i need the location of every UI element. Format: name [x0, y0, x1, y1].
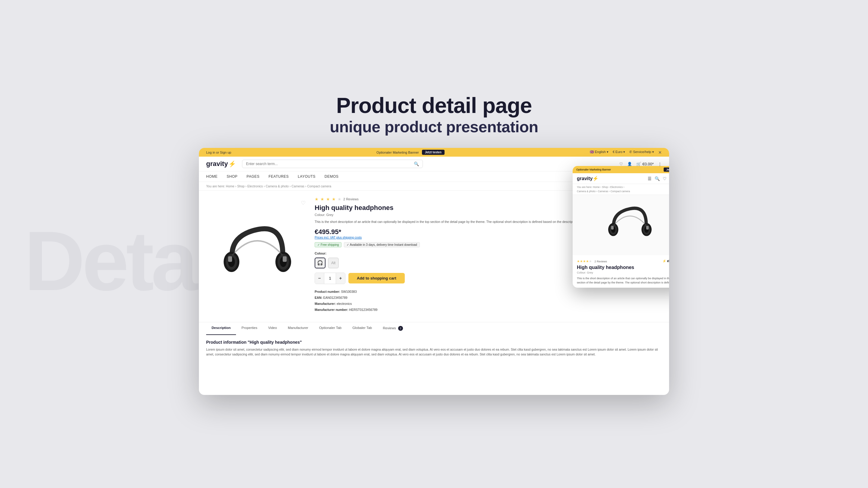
mobile-menu-icon[interactable]: ☰ [648, 176, 652, 181]
nav-item-demos[interactable]: DEMOS [324, 174, 339, 178]
quantity-increase-button[interactable]: + [336, 273, 345, 284]
nav-item-features[interactable]: FEATURES [269, 174, 289, 178]
svg-rect-7 [283, 256, 287, 262]
svg-rect-6 [228, 256, 232, 262]
mobile-desc: This is the short description of an arti… [577, 276, 669, 285]
close-icon[interactable]: ✕ [658, 150, 662, 155]
manufacturer-label: Manufacturer: [315, 302, 336, 305]
browser-window: Log in or Sign up Optionaler Marketing B… [199, 148, 669, 395]
svg-rect-14 [611, 226, 614, 230]
swatch-icon-dark: 🎧 [317, 260, 323, 266]
mobile-product-image: ♥ [572, 195, 669, 255]
mob-jetzt-button[interactable]: Jetzt testen [664, 167, 669, 172]
marketing-bar: Log in or Sign up Optionaler Marketing B… [199, 148, 669, 157]
stars-row: ★ ★ ★ ★ ★ 2 Reviews [315, 197, 359, 201]
mobile-icons: ☰ 🔍 ♡ 👤 🛒 [648, 176, 669, 181]
wishlist-icon[interactable]: ♡ [619, 162, 623, 166]
colour-swatch-dark[interactable]: 🎧 [315, 258, 326, 268]
mob-marketing-text: Optionaler Marketing Banner [576, 168, 611, 171]
colour-swatch-light[interactable]: Alt [328, 258, 339, 268]
marketing-bar-center: Optionaler Marketing Banner Jetzt testen [376, 150, 444, 155]
mob-breadcrumb-line2: Camera & photo › Cameras › Compact camer… [577, 190, 669, 194]
mobile-search-icon[interactable]: 🔍 [655, 176, 660, 181]
logo-text: gravity [206, 160, 228, 168]
mfr-number-label: Manufacturer number: [315, 308, 348, 312]
nav-item-home[interactable]: HOME [206, 174, 218, 178]
mobile-breadcrumb: You are here: Home › Shop › Electronics … [572, 184, 669, 195]
mobile-product-info: ★★★★★ 2 Reviews ⚡ electronics High quali… [572, 255, 669, 288]
mob-star-5: ★ [589, 259, 592, 263]
mobile-stars: ★★★★★ 2 Reviews [577, 258, 607, 264]
mobile-bolt-icon: ⚡ [592, 176, 598, 181]
star-5: ★ [338, 197, 341, 201]
mobile-product-title: High quality headphones [577, 265, 669, 270]
mobile-brand-bolt: ⚡ [662, 259, 666, 263]
search-bar[interactable]: 🔍 [242, 160, 423, 168]
marketing-bar-left[interactable]: Log in or Sign up [206, 151, 231, 154]
cart-button[interactable]: 🛒 €0.00* [636, 162, 654, 166]
mobile-colour: Colour: Grey [577, 271, 669, 274]
store-logo[interactable]: gravity⚡ [206, 160, 236, 168]
quantity-control: − 1 + [315, 272, 345, 284]
nav-item-shop[interactable]: SHOP [227, 174, 238, 178]
colour-value: Grey [327, 213, 334, 217]
product-image [215, 213, 300, 297]
reviews-count[interactable]: 2 Reviews [343, 197, 359, 201]
ean-label: EAN: [315, 296, 322, 299]
mobile-product-image-svg [603, 198, 657, 252]
tab-manufacturer[interactable]: Manufacturer [282, 322, 314, 335]
delivery-badge: ✓ Available in 3 days, delivery time Ins… [344, 242, 420, 247]
marketing-bar-right: 🇬🇧 English ▾ € Euro ▾ ✆ Service/help ▾ ✕ [590, 150, 662, 155]
tab-description[interactable]: Description [206, 322, 236, 335]
tab-optionaler[interactable]: Optionaler Tab [314, 322, 347, 335]
page-header: Product detail page unique product prese… [330, 93, 538, 136]
jetzt-testen-button[interactable]: Jetzt testen [422, 150, 444, 155]
language-selector[interactable]: 🇬🇧 English ▾ [590, 150, 609, 155]
tab-content-heading: Product information "High quality headph… [206, 340, 662, 345]
mobile-brand-name: electronics [667, 259, 669, 263]
bolt-icon: ⚡ [228, 160, 236, 167]
marketing-bar-text: Optionaler Marketing Banner [376, 151, 419, 154]
tab-video[interactable]: Video [263, 322, 282, 335]
add-to-cart-button[interactable]: Add to shopping cart [348, 273, 405, 284]
mobile-wishlist-icon[interactable]: ♡ [663, 176, 667, 181]
search-input[interactable] [246, 162, 414, 166]
mobile-overlay: Optionaler Marketing Banner Jetzt testen… [572, 166, 669, 288]
nav-item-layouts[interactable]: LAYOUTS [298, 174, 315, 178]
currency-selector[interactable]: € Euro ▾ [613, 150, 625, 155]
ean-value: EAN0123456789 [323, 296, 347, 299]
manufacturer-value: electronics [337, 302, 352, 305]
search-icon: 🔍 [414, 161, 419, 166]
account-icon[interactable]: 👤 [627, 162, 632, 166]
tab-globaler[interactable]: Globaler Tab [347, 322, 377, 335]
free-shipping-badge: ✓ Free shipping [315, 242, 341, 247]
tab-content: Product information "High quality headph… [199, 335, 669, 362]
page-subtitle: unique product presentation [330, 118, 538, 136]
reviews-count-badge: 2 [398, 326, 403, 331]
mobile-stars-row: ★★★★★ 2 Reviews ⚡ electronics [577, 258, 669, 264]
quantity-decrease-button[interactable]: − [315, 273, 324, 284]
tab-reviews[interactable]: Reviews 2 [377, 322, 408, 335]
mobile-reviews-count: 2 Reviews [594, 260, 607, 263]
nav-item-pages[interactable]: PAGES [247, 174, 259, 178]
tab-properties[interactable]: Properties [236, 322, 262, 335]
product-image-container: ♡ [206, 197, 309, 313]
product-number-label: Product number: [315, 290, 340, 293]
product-number-value: SW100383 [341, 290, 357, 293]
mfr-number-value: HERST0123456789 [349, 308, 377, 312]
mobile-logo[interactable]: gravity⚡ [577, 175, 598, 181]
more-menu-icon[interactable]: ⋮ [658, 162, 662, 166]
star-3: ★ [326, 197, 330, 201]
mob-star-1: ★★★★ [577, 259, 589, 263]
product-wishlist-icon[interactable]: ♡ [301, 200, 306, 206]
star-1: ★ [315, 197, 318, 201]
mobile-brand-badge: ⚡ electronics [662, 259, 669, 263]
star-4: ★ [332, 197, 336, 201]
tab-content-text: Lorem ipsum dolor sit amet, consectetur … [206, 347, 662, 357]
header-icons: ♡ 👤 🛒 €0.00* ⋮ [619, 162, 662, 166]
product-meta: Product number: SW100383 EAN: EAN0123456… [315, 289, 656, 313]
mobile-marketing-bar: Optionaler Marketing Banner Jetzt testen [572, 166, 669, 173]
product-tabs: Description Properties Video Manufacture… [199, 322, 669, 335]
svg-rect-15 [646, 226, 649, 230]
service-link[interactable]: ✆ Service/help ▾ [629, 150, 654, 155]
